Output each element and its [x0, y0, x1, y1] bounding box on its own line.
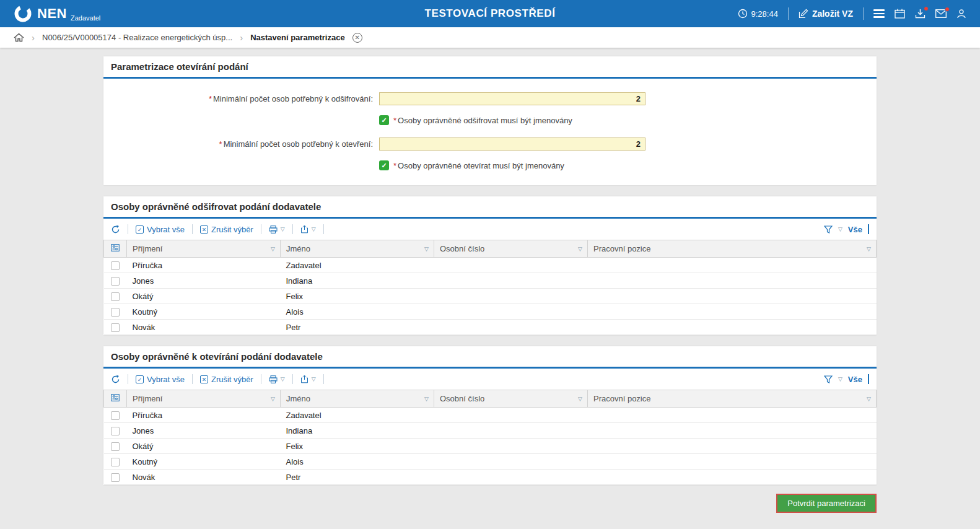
column-header-personal-number[interactable]: Osobní číslo ▽ — [434, 240, 588, 258]
topbar-divider — [788, 7, 789, 20]
row-checkbox[interactable] — [111, 277, 120, 286]
filter-icon[interactable] — [824, 225, 833, 234]
column-label: Příjmení — [133, 394, 162, 403]
table-row[interactable]: Okátý Felix — [104, 439, 877, 454]
column-filter-icon[interactable]: ▽ — [424, 246, 429, 252]
row-checkbox[interactable] — [111, 292, 120, 301]
column-header-name[interactable]: Jméno ▽ — [281, 240, 434, 258]
cell-personal-number — [434, 258, 588, 273]
clear-selection-button[interactable]: ✕ Zrušit výběr — [200, 225, 253, 234]
open-named-checkbox[interactable]: ✓ — [379, 160, 389, 170]
home-icon[interactable] — [14, 33, 24, 42]
cell-surname: Novák — [127, 470, 281, 485]
table-row[interactable]: Příručka Zadavatel — [104, 408, 877, 423]
column-settings-header[interactable] — [104, 390, 127, 408]
table-row[interactable]: Jones Indiana — [104, 423, 877, 439]
row-checkbox[interactable] — [111, 308, 120, 317]
row-checkbox[interactable] — [111, 411, 120, 420]
column-label: Jméno — [286, 394, 310, 403]
person-icon — [956, 9, 966, 19]
refresh-button[interactable] — [111, 225, 120, 234]
calendar-icon — [895, 9, 905, 19]
column-header-position[interactable]: Pracovní pozice ▽ — [588, 390, 877, 408]
environment-title: TESTOVACÍ PROSTŘEDÍ — [424, 7, 555, 20]
column-settings-header[interactable] — [104, 240, 127, 258]
table-row[interactable]: Jones Indiana — [104, 273, 877, 289]
min-open-label: *Minimální počet osob potřebný k otevřen… — [103, 139, 379, 149]
row-checkbox[interactable] — [111, 458, 120, 466]
print-button[interactable]: ▽ — [269, 225, 285, 234]
breadcrumb-contract[interactable]: N006/25/V00005174 - Realizace energetick… — [42, 33, 232, 42]
clear-selection-button[interactable]: ✕ Zrušit výběr — [200, 375, 253, 384]
confirm-parametrization-button[interactable]: Potvrdit parametrizaci — [776, 494, 877, 513]
column-filter-icon[interactable]: ▽ — [271, 246, 275, 252]
column-header-surname[interactable]: Příjmení ▽ — [127, 240, 281, 258]
select-all-button[interactable]: ✓ Vybrat vše — [136, 225, 185, 234]
print-dropdown-icon[interactable]: ▽ — [281, 226, 285, 232]
column-config-icon[interactable] — [111, 244, 120, 251]
export-button[interactable]: ▽ — [300, 225, 316, 234]
row-checkbox[interactable] — [111, 261, 120, 270]
export-button[interactable]: ▽ — [300, 375, 316, 383]
filter-preset-dropdown-icon[interactable]: ▽ — [838, 376, 842, 382]
close-tab-icon[interactable]: ✕ — [352, 33, 362, 43]
table-row[interactable]: Příručka Zadavatel — [104, 258, 877, 273]
create-vz-button[interactable]: Založit VZ — [798, 9, 853, 19]
row-checkbox[interactable] — [111, 323, 120, 332]
table-row[interactable]: Novák Petr — [104, 320, 877, 335]
filter-preset-all[interactable]: Vše — [848, 225, 862, 234]
chevron-right-icon: › — [240, 32, 243, 43]
column-filter-icon[interactable]: ▽ — [578, 396, 582, 402]
column-filter-icon[interactable]: ▽ — [271, 396, 275, 402]
checkbox-x-icon: ✕ — [200, 375, 208, 383]
toolbar-divider — [128, 224, 128, 234]
min-open-input[interactable] — [379, 138, 645, 151]
table-row[interactable]: Koutný Alois — [104, 454, 877, 470]
messages-button[interactable] — [935, 9, 947, 18]
min-decrypt-input[interactable] — [379, 92, 645, 105]
column-config-icon[interactable] — [111, 394, 120, 401]
decrypt-persons-section: Osoby oprávněné odšifrovat podání dodava… — [103, 196, 877, 335]
column-filter-icon[interactable]: ▽ — [867, 396, 871, 402]
required-marker: * — [219, 139, 222, 149]
breadcrumb: › N006/25/V00005174 - Realizace energeti… — [0, 27, 980, 48]
export-dropdown-icon[interactable]: ▽ — [312, 376, 316, 382]
refresh-icon — [111, 375, 120, 384]
column-header-position[interactable]: Pracovní pozice ▽ — [588, 240, 877, 258]
table-row[interactable]: Novák Petr — [104, 470, 877, 485]
decrypt-named-checkbox[interactable]: ✓ — [379, 115, 389, 125]
filter-preset-dropdown-icon[interactable]: ▽ — [838, 226, 842, 232]
toolbar-divider — [192, 374, 193, 384]
downloads-button[interactable] — [915, 9, 925, 19]
breadcrumb-current[interactable]: Nastavení parametrizace — [250, 33, 344, 42]
export-dropdown-icon[interactable]: ▽ — [312, 226, 316, 232]
section-title: Parametrizace otevírání podání — [103, 56, 877, 79]
table-row[interactable]: Okátý Felix — [104, 289, 877, 304]
user-profile-button[interactable] — [956, 9, 966, 19]
select-all-button[interactable]: ✓ Vybrat vše — [136, 375, 185, 384]
main-content: Parametrizace otevírání podání *Minimáln… — [103, 48, 877, 485]
cell-name: Alois — [281, 454, 434, 470]
column-filter-icon[interactable]: ▽ — [424, 396, 429, 402]
filter-icon[interactable] — [824, 375, 833, 383]
cell-personal-number — [434, 454, 588, 470]
column-filter-icon[interactable]: ▽ — [867, 246, 871, 252]
column-header-surname[interactable]: Příjmení ▽ — [127, 390, 281, 408]
column-header-personal-number[interactable]: Osobní číslo ▽ — [434, 390, 588, 408]
menu-icon[interactable] — [873, 9, 885, 18]
column-filter-icon[interactable]: ▽ — [578, 246, 582, 252]
calendar-button[interactable] — [895, 9, 905, 19]
table-row[interactable]: Koutný Alois — [104, 304, 877, 320]
row-checkbox[interactable] — [111, 442, 120, 451]
cell-personal-number — [434, 408, 588, 423]
open-persons-table: Příjmení ▽ Jméno ▽ Osobní číslo ▽ Pracov… — [103, 390, 877, 485]
filter-preset-all[interactable]: Vše — [848, 375, 862, 384]
row-checkbox[interactable] — [111, 473, 120, 482]
refresh-button[interactable] — [111, 375, 120, 384]
print-button[interactable]: ▽ — [269, 375, 285, 383]
brand-logo[interactable]: NEN Zadavatel — [14, 4, 100, 23]
row-checkbox[interactable] — [111, 427, 120, 435]
refresh-icon — [111, 225, 120, 234]
column-header-name[interactable]: Jméno ▽ — [281, 390, 434, 408]
print-dropdown-icon[interactable]: ▽ — [281, 376, 285, 382]
